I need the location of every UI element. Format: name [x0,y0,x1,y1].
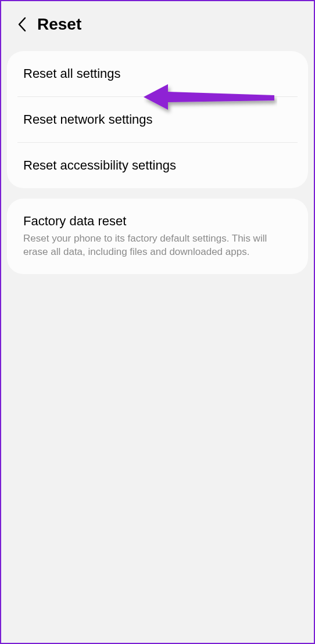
reset-all-settings-item[interactable]: Reset all settings [7,51,308,96]
page-title: Reset [37,15,81,34]
factory-data-reset-item[interactable]: Factory data reset Reset your phone to i… [7,199,308,274]
reset-accessibility-settings-item[interactable]: Reset accessibility settings [7,143,308,188]
list-item-description: Reset your phone to its factory default … [23,232,292,259]
list-item-label: Reset accessibility settings [23,158,292,173]
list-item-label: Factory data reset [23,214,292,229]
reset-network-settings-item[interactable]: Reset network settings [7,97,308,142]
factory-reset-group: Factory data reset Reset your phone to i… [7,199,308,274]
header: Reset [1,1,314,48]
reset-options-group: Reset all settings Reset network setting… [7,51,308,188]
back-icon[interactable] [17,16,27,33]
list-item-label: Reset all settings [23,66,292,81]
list-item-label: Reset network settings [23,112,292,127]
